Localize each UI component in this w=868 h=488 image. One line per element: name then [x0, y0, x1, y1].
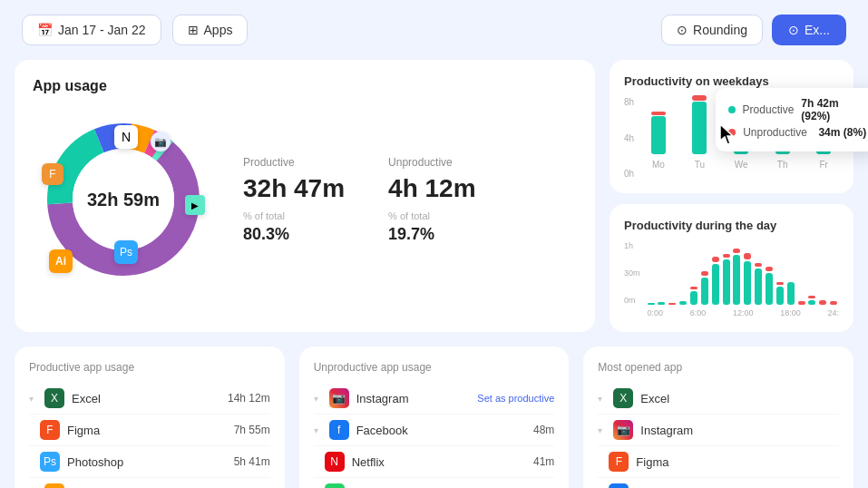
tooltip-productive-dot — [728, 106, 735, 113]
list-item: F Figma 7h 55m — [29, 415, 270, 446]
calendar-icon: 📅 — [37, 23, 53, 37]
list-item: N Netflix 41m — [314, 446, 555, 478]
productive-percent: 80.3% — [243, 225, 345, 244]
apps-button[interactable]: ⊞ Apps — [172, 15, 249, 45]
illustrator-icon: Ai — [44, 483, 64, 488]
instagram-icon: 📷 — [329, 388, 349, 408]
day-bar-16 — [808, 296, 817, 305]
tooltip-unproductive-row: Unproductive 34m (8%) — [728, 126, 866, 139]
facebook-icon: f — [329, 420, 349, 440]
bar-tu-red — [692, 95, 707, 101]
netflix-icon: N — [325, 452, 345, 472]
day-chart-area: 1h 30m 0m — [624, 241, 839, 317]
bar-mo-red — [651, 112, 666, 115]
tooltip-unproductive-label: Unproductive — [743, 126, 811, 139]
list-item: ▾ Ai Illustrator 4h 59m — [29, 478, 270, 488]
list-item: f Facebook — [598, 478, 839, 488]
day-bar-9 — [733, 249, 742, 305]
donut-total-time: 32h 59m — [87, 190, 160, 210]
weekday-chart-card: Productivity on weekdays 8h 4h 0h — [610, 60, 853, 193]
day-bar-6 — [701, 271, 710, 305]
figma-icon: F — [40, 420, 60, 440]
excel-icon: X — [44, 388, 64, 408]
notion-icon: N — [114, 125, 138, 149]
day-bar-13 — [776, 282, 785, 305]
export-label: Ex... — [805, 23, 830, 37]
day-bar-17 — [819, 300, 828, 305]
bar-tu: Tu — [685, 95, 716, 170]
day-bar-7 — [712, 257, 721, 305]
day-bar-18 — [830, 301, 839, 305]
bar-tu-teal — [692, 102, 707, 154]
rounding-button[interactable]: ⊙ Rounding — [661, 15, 763, 45]
list-item: ▾ 📷 Instagram — [598, 415, 839, 446]
unproductive-percent-label: % of total — [388, 210, 476, 221]
weekday-bars-wrapper: Mo Tu — [643, 97, 839, 179]
day-bars-wrapper: 0:00 6:00 12:00 18:00 24: — [648, 241, 839, 317]
rounding-label: Rounding — [693, 23, 747, 37]
day-bar-2 — [658, 302, 667, 305]
stats-container: Productive 32h 47m % of total 80.3% Unpr… — [243, 156, 476, 244]
list-item: ▾ X Excel — [598, 383, 839, 415]
bar-mo: Mo — [643, 112, 674, 170]
figma-icon: F — [609, 452, 629, 472]
productive-label: Productive — [243, 156, 345, 169]
charts-panel: Productivity on weekdays 8h 4h 0h — [610, 60, 853, 332]
apps-label: Apps — [204, 23, 233, 37]
tooltip-productive-value: 7h 42m (92%) — [801, 97, 866, 122]
ai-donut-icon: Ai — [49, 249, 73, 273]
list-item: F Figma — [598, 446, 839, 478]
productive-value: 32h 47m — [243, 174, 345, 203]
most-opened-title: Most opened app — [598, 361, 839, 374]
tooltip-unproductive-value: 34m (8%) — [818, 126, 866, 139]
tooltip-productive-row: Productive 7h 42m (92%) — [728, 97, 866, 122]
day-x-axis: 0:00 6:00 12:00 18:00 24: — [648, 308, 839, 317]
day-y-axis: 1h 30m 0m — [624, 241, 640, 305]
day-chart-card: Productivity during the day 1h 30m 0m — [610, 204, 853, 332]
day-bar-12 — [766, 267, 775, 305]
weekday-y-axis: 8h 4h 0h — [624, 97, 634, 179]
set-productive-button[interactable]: Set as productive — [477, 393, 554, 404]
date-range-button[interactable]: 📅 Jan 17 - Jan 22 — [22, 15, 161, 45]
day-bar-5 — [690, 287, 699, 305]
bar-mo-stack — [643, 112, 674, 154]
day-bar-11 — [755, 263, 764, 305]
header-left: 📅 Jan 17 - Jan 22 ⊞ Apps — [22, 15, 248, 45]
productive-apps-title: Productive app usage — [29, 361, 270, 374]
app-usage-title: App usage — [33, 78, 577, 94]
ps-donut-icon: Ps — [114, 240, 138, 264]
day-bar-15 — [798, 301, 807, 305]
weekday-tooltip: Productive 7h 42m (92%) Unproductive 34m… — [716, 88, 868, 151]
unproductive-apps-title: Unproductive app usage — [314, 361, 555, 374]
apps-icon: ⊞ — [188, 23, 199, 37]
day-bars — [648, 241, 839, 305]
chevron-down-icon: ▾ — [598, 394, 602, 404]
unproductive-value: 4h 12m — [388, 174, 476, 203]
tooltip-unproductive-dot — [728, 129, 736, 136]
unproductive-stat: Unproductive 4h 12m % of total 19.7% — [388, 156, 476, 244]
day-bar-3 — [668, 303, 678, 305]
productive-stat: Productive 32h 47m % of total 80.3% — [243, 156, 345, 244]
tooltip-productive-label: Productive — [743, 103, 795, 116]
day-bar-8 — [723, 254, 732, 305]
photoshop-icon: Ps — [40, 452, 60, 472]
other-donut-icon: ▶ — [185, 195, 205, 215]
header: 📅 Jan 17 - Jan 22 ⊞ Apps ⊙ Rounding ⊙ Ex… — [0, 0, 868, 60]
donut-chart: N 📷 F Ai Ps ▶ 32h 59m — [33, 109, 214, 290]
unproductive-label: Unproductive — [388, 156, 476, 169]
bar-mo-teal — [651, 116, 666, 154]
list-item: Ps Photoshop 5h 41m — [29, 446, 270, 478]
day-bar-14 — [787, 282, 796, 305]
list-item: ▾ 📷 Instagram Set as productive — [314, 383, 555, 415]
app-usage-content: N 📷 F Ai Ps ▶ 32h 59m — [33, 109, 577, 290]
bar-tu-stack — [685, 95, 716, 154]
instagram-icon: 📷 — [613, 420, 633, 440]
chevron-down-icon: ▾ — [29, 394, 34, 404]
most-opened-card: Most opened app ▾ X Excel ▾ 📷 Instagram … — [583, 346, 853, 488]
productive-apps-card: Productive app usage ▾ X Excel 14h 12m F… — [15, 346, 285, 488]
day-bar-10 — [744, 253, 753, 305]
rounding-icon: ⊙ — [677, 23, 688, 37]
productive-percent-label: % of total — [243, 210, 345, 221]
unproductive-percent: 19.7% — [388, 225, 476, 244]
export-button[interactable]: ⊙ Ex... — [772, 15, 846, 45]
